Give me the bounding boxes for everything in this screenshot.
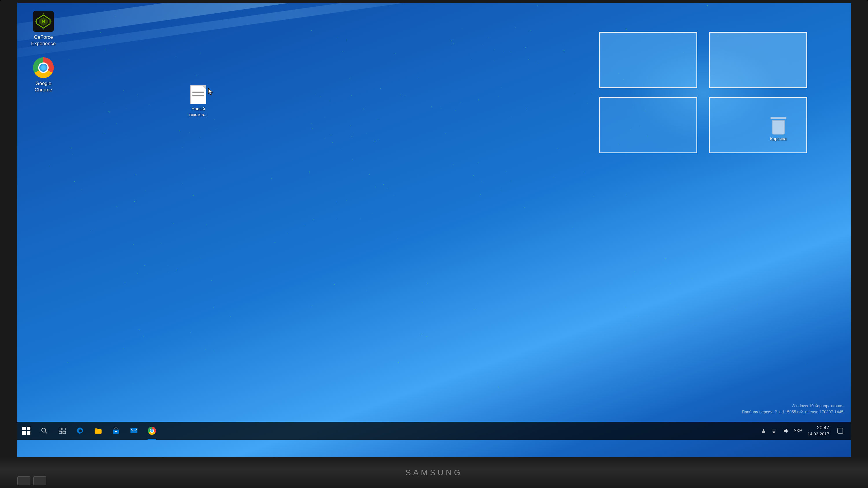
windows-edition: Windows 10 Корпоративная (742, 403, 843, 409)
svg-marker-2 (39, 17, 48, 26)
screen: N GeForceExperience Google Chrome Новый (18, 3, 850, 460)
taskbar-store[interactable] (107, 422, 125, 440)
svg-rect-12 (63, 428, 66, 430)
monitor-button-2[interactable] (33, 477, 46, 485)
taskbar-edge[interactable] (71, 422, 89, 440)
tray-clock[interactable]: 20:47 14.03.2017 (805, 423, 832, 438)
desktop-icon-chrome[interactable]: Google Chrome (25, 55, 62, 95)
desktop-icon-geforce[interactable]: N GeForceExperience (25, 9, 62, 49)
tray-time: 20:47 (817, 425, 829, 431)
svg-text:N: N (42, 19, 45, 24)
svg-rect-14 (63, 431, 66, 434)
tray-notification-button[interactable] (833, 422, 848, 440)
svg-rect-21 (773, 431, 775, 432)
textfile-label: Новый текстов... (182, 106, 214, 117)
win-pane-tr (709, 32, 807, 88)
task-view-button[interactable] (53, 422, 71, 440)
recycle-bin-icon (769, 116, 788, 134)
svg-rect-22 (772, 429, 776, 430)
chrome-icon-img (33, 57, 54, 78)
start-button[interactable] (18, 422, 35, 440)
textfile-icon (190, 85, 206, 104)
svg-rect-17 (115, 431, 117, 432)
taskbar-file-explorer[interactable] (89, 422, 107, 440)
svg-point-9 (42, 428, 46, 432)
win-pane-tl (599, 32, 697, 88)
svg-line-10 (45, 432, 47, 434)
monitor-controls (18, 477, 46, 485)
samsung-logo: SAMSUNG (405, 468, 463, 477)
chrome-label: Google Chrome (27, 80, 60, 93)
tray-network-icon[interactable] (769, 427, 779, 435)
svg-rect-15 (95, 429, 101, 434)
svg-rect-20 (773, 432, 775, 433)
tray-overflow-button[interactable] (760, 427, 768, 434)
monitor: N GeForceExperience Google Chrome Новый (0, 0, 868, 488)
svg-marker-19 (762, 429, 765, 433)
desktop-icons-area: N GeForceExperience Google Chrome (25, 9, 62, 95)
windows-build-number: Пробная версия. Build 15055.rs2_release.… (742, 409, 843, 415)
tray-volume-icon[interactable] (780, 427, 791, 435)
svg-rect-7 (22, 431, 26, 435)
svg-rect-18 (130, 428, 137, 433)
monitor-bottom-bezel: SAMSUNG (0, 457, 868, 488)
tray-language-indicator[interactable]: УКР (792, 427, 804, 434)
svg-marker-23 (784, 429, 787, 433)
svg-rect-6 (27, 427, 30, 430)
tray-date: 14.03.2017 (808, 431, 829, 437)
recycle-bin-label: Корзина (770, 136, 786, 141)
search-button[interactable] (35, 422, 53, 440)
win-pane-bl (599, 97, 697, 153)
svg-rect-0 (36, 13, 52, 30)
geforce-icon: N (33, 11, 54, 32)
windows-build-info: Windows 10 Корпоративная Пробная версия.… (742, 403, 843, 415)
svg-marker-4 (208, 88, 213, 95)
svg-rect-5 (22, 427, 26, 430)
monitor-button-1[interactable] (18, 477, 30, 485)
svg-rect-8 (27, 431, 30, 435)
taskbar-chrome[interactable] (143, 422, 161, 440)
taskbar: УКР 20:47 14.03.2017 (18, 422, 850, 440)
geforce-label: GeForceExperience (31, 34, 56, 47)
taskbar-pinned-apps (71, 422, 161, 440)
svg-rect-13 (59, 431, 62, 434)
svg-rect-24 (838, 428, 843, 433)
taskbar-mail[interactable] (125, 422, 143, 440)
mouse-cursor (208, 88, 214, 95)
svg-rect-11 (59, 428, 62, 430)
desktop-icon-recycle-bin[interactable]: Корзина (763, 116, 794, 141)
system-tray: УКР 20:47 14.03.2017 (760, 422, 850, 440)
